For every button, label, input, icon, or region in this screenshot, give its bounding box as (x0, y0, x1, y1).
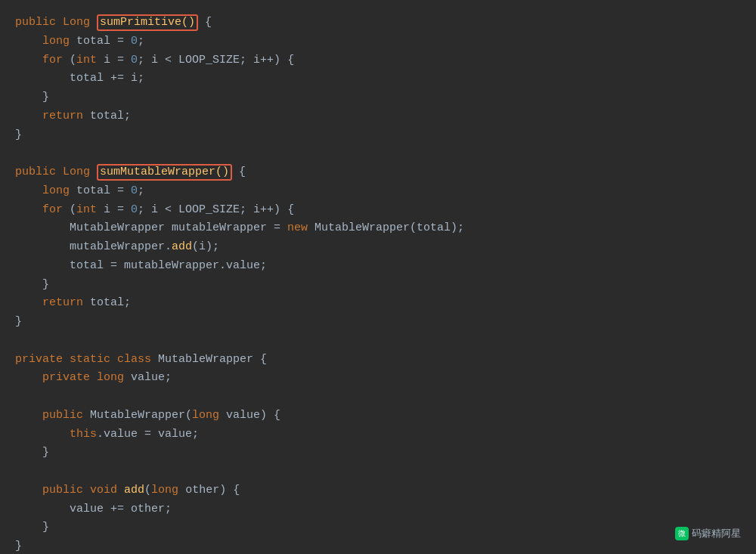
watermark-text: 码癖精阿星 (692, 527, 741, 540)
code-line-12: MutableWrapper mutableWrapper = new Muta… (15, 219, 741, 238)
code-line-6: return total; (15, 107, 741, 126)
empty-line-3 (15, 388, 741, 407)
code-line-20: private long value; (15, 369, 741, 388)
code-line-2: long total = 0; (15, 32, 741, 51)
code-line-15: } (15, 276, 741, 295)
code-line-4: total += i; (15, 70, 741, 88)
code-line-19: private static class MutableWrapper { (15, 351, 741, 370)
code-line-1: public Long sumPrimitive() { (15, 14, 741, 32)
watermark: 微 码癖精阿星 (675, 527, 741, 540)
empty-line-1 (15, 144, 741, 163)
code-line-26: public void add(long other) { (15, 481, 741, 500)
code-viewer: public Long sumPrimitive() { long total … (0, 0, 756, 554)
code-line-7: } (15, 126, 741, 145)
code-line-9: public Long sumMutableWrapper() { (15, 163, 741, 182)
code-line-16: return total; (15, 294, 741, 313)
code-line-10: long total = 0; (15, 182, 741, 201)
code-line-17: } (15, 313, 741, 332)
empty-line-2 (15, 332, 741, 351)
empty-line-4 (15, 463, 741, 481)
code-line-11: for (int i = 0; i < LOOP_SIZE; i++) { (15, 201, 741, 220)
code-line-13: mutableWrapper.add(i); (15, 238, 741, 257)
code-line-24: } (15, 444, 741, 463)
code-line-3: for (int i = 0; i < LOOP_SIZE; i++) { (15, 51, 741, 70)
code-line-14: total = mutableWrapper.value; (15, 257, 741, 276)
code-line-22: public MutableWrapper(long value) { (15, 407, 741, 426)
code-line-23: this.value = value; (15, 426, 741, 444)
code-line-5: } (15, 88, 741, 107)
wechat-icon: 微 (675, 527, 689, 540)
code-line-29: } (15, 537, 741, 554)
code-line-28: } (15, 518, 741, 537)
code-line-27: value += other; (15, 500, 741, 519)
